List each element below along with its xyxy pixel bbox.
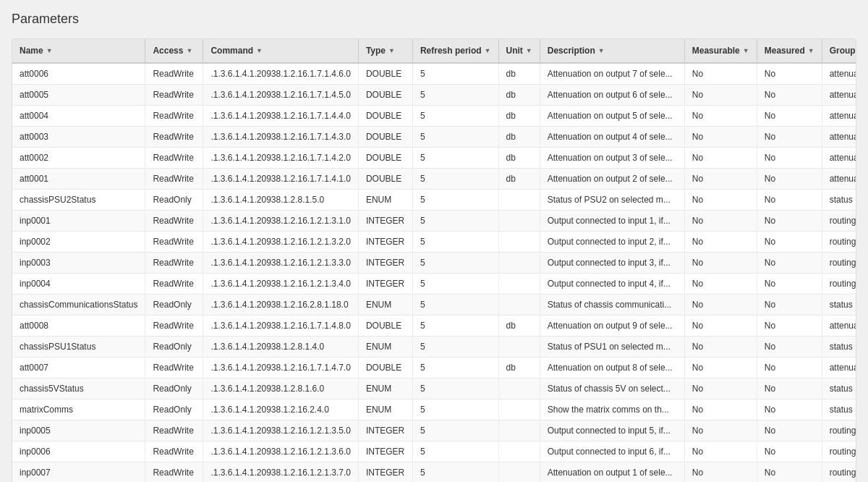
cell-measured: No — [757, 337, 822, 358]
cell-measured: No — [757, 379, 822, 399]
cell-command: .1.3.6.1.4.1.20938.1.2.16.1.7.1.4.1.0 — [203, 169, 359, 190]
cell-group: status — [822, 295, 856, 316]
cell-command: .1.3.6.1.4.1.20938.1.2.16.1.7.1.4.8.0 — [203, 316, 359, 337]
table-row: att0002ReadWrite.1.3.6.1.4.1.20938.1.2.1… — [12, 148, 856, 169]
cell-type: ENUM — [358, 190, 412, 211]
cell-measured: No — [757, 253, 822, 274]
col-header-measured[interactable]: Measured ▼ — [757, 39, 822, 63]
cell-refresh: 5 — [412, 127, 498, 148]
cell-type: INTEGER — [358, 274, 412, 295]
table-row: inp0006ReadWrite.1.3.6.1.4.1.20938.1.2.1… — [12, 441, 856, 462]
cell-name: att0002 — [12, 148, 145, 169]
cell-name: chassisPSU1Status — [12, 337, 145, 358]
cell-group: attenuation — [822, 316, 856, 337]
cell-group: routing — [822, 462, 856, 483]
cell-group: attenuation — [822, 127, 856, 148]
cell-refresh: 5 — [412, 441, 498, 462]
cell-name: att0003 — [12, 127, 145, 148]
cell-measured: No — [757, 358, 822, 379]
parameters-table: Name ▼ Access ▼ Command — [12, 39, 856, 482]
sort-arrow-type: ▼ — [388, 47, 395, 54]
cell-measured: No — [757, 232, 822, 253]
cell-command: .1.3.6.1.4.1.20938.1.2.16.1.2.1.3.1.0 — [203, 211, 359, 232]
cell-type: DOUBLE — [358, 358, 412, 379]
cell-measurable: No — [684, 127, 757, 148]
cell-unit — [498, 441, 540, 462]
cell-measured: No — [757, 441, 822, 462]
cell-description: Output connected to input 4, if... — [540, 274, 684, 295]
cell-refresh: 5 — [412, 85, 498, 106]
cell-command: .1.3.6.1.4.1.20938.1.2.16.1.2.1.3.6.0 — [203, 441, 359, 462]
cell-access: ReadWrite — [145, 274, 203, 295]
cell-description: Attenuation on output 1 of sele... — [540, 462, 684, 483]
cell-unit — [498, 420, 540, 441]
cell-type: INTEGER — [358, 232, 412, 253]
page-wrapper: Parameters Name ▼ Access — [0, 0, 868, 482]
cell-command: .1.3.6.1.4.1.20938.1.2.16.1.7.1.4.6.0 — [203, 63, 359, 85]
col-header-command[interactable]: Command ▼ — [203, 39, 359, 63]
col-header-refresh[interactable]: Refresh period ▼ — [412, 39, 498, 63]
col-header-description[interactable]: Description ▼ — [540, 39, 684, 63]
cell-access: ReadWrite — [145, 85, 203, 106]
cell-measured: No — [757, 274, 822, 295]
cell-refresh: 5 — [412, 274, 498, 295]
cell-measurable: No — [684, 274, 757, 295]
cell-measured: No — [757, 63, 822, 85]
cell-measurable: No — [684, 190, 757, 211]
cell-type: INTEGER — [358, 441, 412, 462]
cell-group: routing — [822, 441, 856, 462]
cell-unit — [498, 253, 540, 274]
cell-type: DOUBLE — [358, 63, 412, 85]
cell-type: DOUBLE — [358, 106, 412, 127]
col-header-measurable[interactable]: Measurable ▼ — [684, 39, 757, 63]
col-header-group[interactable]: Group ☰ — [822, 39, 856, 63]
cell-unit: db — [498, 127, 540, 148]
cell-measured: No — [757, 316, 822, 337]
sort-arrow-unit: ▼ — [526, 47, 532, 54]
cell-description: Output connected to input 5, if... — [540, 420, 684, 441]
cell-measurable: No — [684, 420, 757, 441]
cell-measured: No — [757, 462, 822, 483]
cell-measured: No — [757, 190, 822, 211]
table-row: matrixCommsReadOnly.1.3.6.1.4.1.20938.1.… — [12, 399, 856, 420]
cell-unit: db — [498, 85, 540, 106]
cell-group: routing — [822, 274, 856, 295]
col-header-access[interactable]: Access ▼ — [145, 39, 203, 63]
cell-command: .1.3.6.1.4.1.20938.1.2.16.1.2.1.3.7.0 — [203, 462, 359, 483]
cell-command: .1.3.6.1.4.1.20938.1.2.16.1.2.1.3.3.0 — [203, 253, 359, 274]
cell-measured: No — [757, 295, 822, 316]
cell-group: attenuation — [822, 148, 856, 169]
cell-access: ReadWrite — [145, 169, 203, 190]
cell-type: INTEGER — [358, 420, 412, 441]
cell-access: ReadOnly — [145, 190, 203, 211]
cell-measurable: No — [684, 337, 757, 358]
cell-group: routing — [822, 211, 856, 232]
col-header-unit[interactable]: Unit ▼ — [498, 39, 540, 63]
cell-measured: No — [757, 399, 822, 420]
table-row: chassisPSU2StatusReadOnly.1.3.6.1.4.1.20… — [12, 190, 856, 211]
table-row: chassisCommunicationsStatusReadOnly.1.3.… — [12, 295, 856, 316]
col-header-name[interactable]: Name ▼ — [12, 39, 145, 63]
cell-description: Status of chassis 5V on select... — [540, 379, 684, 399]
sort-arrow-command: ▼ — [256, 47, 263, 54]
cell-type: ENUM — [358, 337, 412, 358]
cell-name: att0001 — [12, 169, 145, 190]
cell-command: .1.3.6.1.4.1.20938.1.2.16.1.7.1.4.7.0 — [203, 358, 359, 379]
cell-description: Output connected to input 1, if... — [540, 211, 684, 232]
col-header-type[interactable]: Type ▼ — [358, 39, 412, 63]
cell-group: status — [822, 399, 856, 420]
table-header-row: Name ▼ Access ▼ Command — [12, 39, 856, 63]
cell-measured: No — [757, 211, 822, 232]
cell-unit — [498, 337, 540, 358]
cell-name: inp0001 — [12, 211, 145, 232]
cell-name: inp0006 — [12, 441, 145, 462]
cell-description: Attenuation on output 9 of sele... — [540, 316, 684, 337]
cell-command: .1.3.6.1.4.1.20938.1.2.8.1.4.0 — [203, 337, 359, 358]
cell-command: .1.3.6.1.4.1.20938.1.2.16.1.7.1.4.5.0 — [203, 85, 359, 106]
cell-measurable: No — [684, 379, 757, 399]
cell-measurable: No — [684, 148, 757, 169]
cell-group: routing — [822, 253, 856, 274]
sort-arrow-description: ▼ — [598, 47, 605, 54]
cell-description: Attenuation on output 5 of sele... — [540, 106, 684, 127]
cell-measurable: No — [684, 316, 757, 337]
